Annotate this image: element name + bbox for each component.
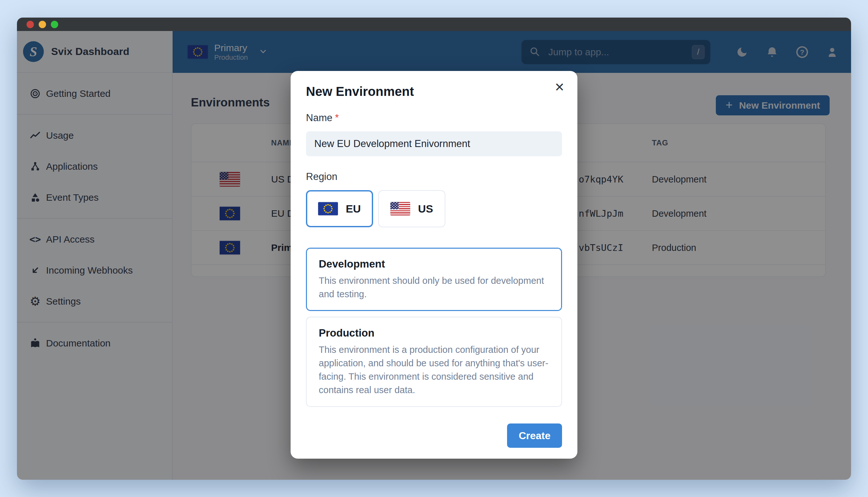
new-environment-modal: New Environment ✕ Name* Region EU — [290, 71, 578, 459]
modal-layer: New Environment ✕ Name* Region EU — [17, 31, 851, 480]
region-option-eu[interactable]: EU — [306, 190, 373, 227]
window-minimize-button[interactable] — [39, 21, 46, 28]
env-type-title: Production — [319, 327, 549, 339]
env-type-option-production[interactable]: Production This environment is a product… — [306, 317, 562, 407]
environment-name-input[interactable] — [306, 131, 562, 156]
region-option-us[interactable]: US — [378, 190, 445, 227]
env-type-description: This environment is a production configu… — [319, 343, 549, 397]
eu-flag-icon — [318, 202, 338, 215]
modal-footer: Create — [306, 424, 562, 448]
macos-titlebar — [17, 17, 851, 31]
modal-title: New Environment — [306, 84, 562, 99]
name-label-text: Name — [306, 112, 332, 123]
region-field-label: Region — [306, 171, 562, 183]
window-close-button[interactable] — [27, 21, 34, 28]
region-options: EU US — [306, 190, 562, 227]
desktop: S Svix Dashboard Getting Started — [0, 0, 868, 497]
env-type-option-development[interactable]: Development This environment should only… — [306, 248, 562, 311]
close-icon[interactable]: ✕ — [554, 81, 565, 93]
create-button[interactable]: Create — [507, 424, 562, 448]
window-zoom-button[interactable] — [51, 21, 58, 28]
region-us-label: US — [418, 203, 433, 215]
name-field-label: Name* — [306, 112, 562, 124]
app-window: S Svix Dashboard Getting Started — [17, 17, 851, 480]
required-asterisk: * — [335, 112, 339, 123]
region-eu-label: EU — [346, 203, 361, 215]
env-type-description: This environment should only be used for… — [319, 274, 549, 301]
env-type-title: Development — [319, 258, 549, 270]
us-flag-icon — [390, 202, 410, 215]
